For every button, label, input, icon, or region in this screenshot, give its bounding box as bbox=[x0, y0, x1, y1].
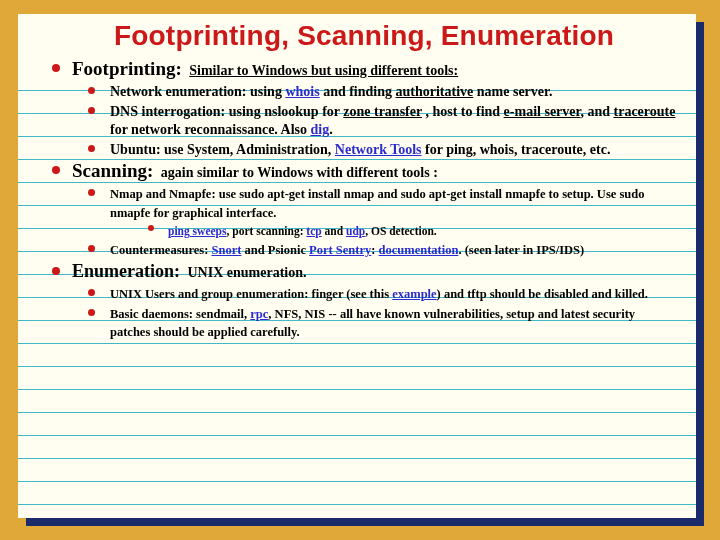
text: , and bbox=[580, 104, 613, 119]
link-ping-sweeps[interactable]: ping sweeps bbox=[168, 225, 226, 237]
text: Nmap and Nmapfe: use sudo apt-get instal… bbox=[110, 187, 644, 220]
text: for network reconnaissance. Also bbox=[110, 122, 311, 137]
bullet-icon bbox=[52, 267, 60, 275]
text: name server. bbox=[473, 84, 552, 99]
text-zone-transfer: zone transfer bbox=[343, 104, 422, 119]
scanning-lead: Scanning: bbox=[72, 160, 153, 181]
link-example[interactable]: example bbox=[392, 287, 436, 301]
link-tcp[interactable]: tcp bbox=[306, 225, 321, 237]
link-snort[interactable]: Snort bbox=[212, 243, 242, 257]
sc-sub-1: ping sweeps, port scanning: tcp and udp,… bbox=[148, 221, 676, 239]
fp-item-3: Ubuntu: use System, Administration, Netw… bbox=[88, 140, 676, 159]
footprinting-aside: Similar to Windows but using different t… bbox=[189, 63, 458, 78]
text-authoritative: authoritative bbox=[396, 84, 474, 99]
scanning-aside: again similar to Windows with different … bbox=[161, 165, 438, 180]
bullet-icon bbox=[148, 225, 154, 231]
content-area: Footprinting, Scanning, Enumeration Foot… bbox=[18, 14, 696, 351]
text: and Psionic bbox=[241, 243, 309, 257]
text: Network enumeration: using bbox=[110, 84, 285, 99]
bullet-icon bbox=[88, 309, 95, 316]
text: UNIX Users and group enumeration: finger… bbox=[110, 287, 392, 301]
text: Ubuntu: use System, Administration, bbox=[110, 142, 335, 157]
link-port-sentry[interactable]: Port Sentry bbox=[309, 243, 371, 257]
text: , host to find bbox=[422, 104, 504, 119]
link-documentation[interactable]: documentation bbox=[379, 243, 459, 257]
section-enumeration: Enumeration: UNIX enumeration. UNIX User… bbox=[52, 261, 676, 341]
enumeration-lead: Enumeration: bbox=[72, 261, 180, 281]
text: DNS interrogation: using nslookup for bbox=[110, 104, 343, 119]
text-email-server: e-mail server bbox=[504, 104, 581, 119]
section-scanning: Scanning: again similar to Windows with … bbox=[52, 160, 676, 259]
link-rpc[interactable]: rpc bbox=[250, 307, 268, 321]
text: , port scanning: bbox=[226, 225, 306, 237]
text: Countermeasures: bbox=[110, 243, 212, 257]
slide-background: Footprinting, Scanning, Enumeration Foot… bbox=[0, 0, 720, 540]
text: and bbox=[322, 225, 346, 237]
text: and finding bbox=[320, 84, 396, 99]
text: . (seen later in IPS/IDS) bbox=[458, 243, 584, 257]
link-udp[interactable]: udp bbox=[346, 225, 365, 237]
bullet-icon bbox=[88, 289, 95, 296]
notepad: Footprinting, Scanning, Enumeration Foot… bbox=[18, 14, 696, 518]
fp-item-2: DNS interrogation: using nslookup for zo… bbox=[88, 102, 676, 139]
text: for ping, whois, traceroute, etc. bbox=[422, 142, 611, 157]
bullet-icon bbox=[52, 166, 60, 174]
en-item-1: UNIX Users and group enumeration: finger… bbox=[88, 284, 676, 303]
sc-item-2: Countermeasures: Snort and Psionic Port … bbox=[88, 240, 676, 259]
text: : bbox=[371, 243, 378, 257]
bullet-icon bbox=[88, 189, 95, 196]
enumeration-aside: UNIX enumeration. bbox=[188, 265, 307, 280]
bullet-icon bbox=[88, 145, 95, 152]
slide-title: Footprinting, Scanning, Enumeration bbox=[52, 20, 676, 52]
bullet-icon bbox=[52, 64, 60, 72]
text: ) and tftp should be disabled and killed… bbox=[437, 287, 648, 301]
fp-item-1: Network enumeration: using whois and fin… bbox=[88, 82, 676, 101]
footprinting-lead: Footprinting: bbox=[72, 58, 182, 79]
link-whois[interactable]: whois bbox=[285, 84, 319, 99]
sc-item-1: Nmap and Nmapfe: use sudo apt-get instal… bbox=[88, 184, 676, 239]
text-traceroute: traceroute bbox=[614, 104, 676, 119]
text: , OS detection. bbox=[365, 225, 437, 237]
en-item-2: Basic daemons: sendmail, rpc, NFS, NIS -… bbox=[88, 304, 676, 341]
text: . bbox=[329, 122, 333, 137]
link-dig[interactable]: dig bbox=[311, 122, 330, 137]
bullet-icon bbox=[88, 245, 95, 252]
bullet-icon bbox=[88, 87, 95, 94]
bullet-icon bbox=[88, 107, 95, 114]
section-footprinting: Footprinting: Similar to Windows but usi… bbox=[52, 58, 676, 158]
text: Basic daemons: sendmail, bbox=[110, 307, 250, 321]
link-network-tools[interactable]: Network Tools bbox=[335, 142, 422, 157]
